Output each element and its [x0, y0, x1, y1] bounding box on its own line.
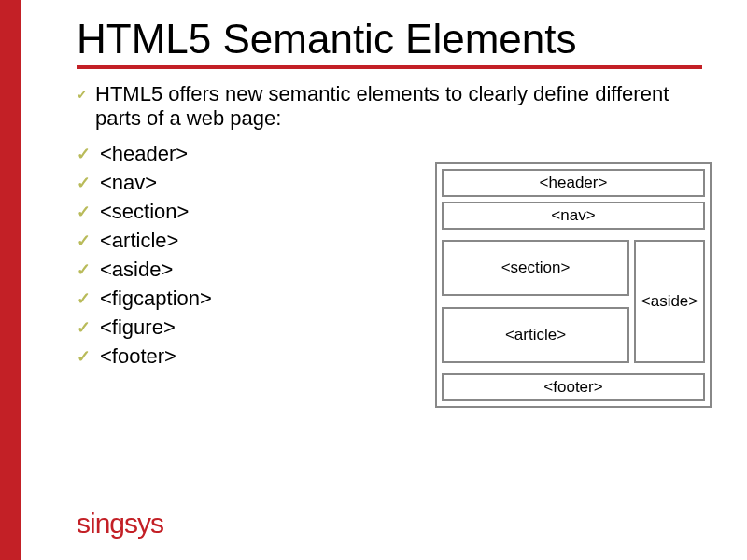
- check-icon: ✓: [77, 175, 91, 191]
- check-icon: ✓: [77, 88, 88, 101]
- diagram-main-column: <section> <article>: [442, 240, 629, 363]
- list-item-label: <figcaption>: [100, 287, 212, 311]
- intro-text: HTML5 offers new semantic elements to cl…: [95, 82, 674, 133]
- check-icon: ✓: [77, 319, 91, 336]
- intro-row: ✓ HTML5 offers new semantic elements to …: [77, 82, 674, 133]
- diagram-article-box: <article>: [442, 307, 629, 363]
- diagram-nav-box: <nav>: [442, 202, 705, 230]
- list-item: ✓<article>: [77, 229, 385, 253]
- left-accent-bar: [0, 0, 21, 560]
- list-item-label: <header>: [100, 142, 188, 166]
- element-list: ✓<header> ✓<nav> ✓<section> ✓<article> ✓…: [77, 142, 385, 369]
- list-item: ✓<section>: [77, 200, 385, 224]
- diagram-middle-row: <section> <article> <aside>: [442, 234, 705, 369]
- slide-title: HTML5 Semantic Elements: [77, 17, 719, 62]
- check-icon: ✓: [77, 203, 91, 220]
- list-item-label: <section>: [100, 200, 189, 224]
- element-list-column: ✓<header> ✓<nav> ✓<section> ✓<article> ✓…: [77, 137, 385, 373]
- slide-content: HTML5 Semantic Elements ✓ HTML5 offers n…: [21, 0, 747, 560]
- check-icon: ✓: [77, 290, 91, 307]
- check-icon: ✓: [77, 348, 91, 365]
- list-item: ✓<nav>: [77, 171, 385, 195]
- layout-diagram: <header> <nav> <section> <article> <asid…: [435, 162, 712, 408]
- title-underline: [77, 65, 702, 69]
- diagram-header-box: <header>: [442, 169, 705, 197]
- list-item-label: <aside>: [100, 258, 173, 282]
- diagram-section-box: <section>: [442, 240, 629, 296]
- list-item-label: <article>: [100, 229, 178, 253]
- check-icon: ✓: [77, 146, 91, 162]
- brand-logo: singsys: [77, 508, 163, 539]
- check-icon: ✓: [77, 261, 91, 278]
- list-item: ✓<footer>: [77, 344, 385, 369]
- diagram-footer-box: <footer>: [442, 373, 705, 401]
- list-item-label: <figure>: [100, 315, 176, 340]
- check-icon: ✓: [77, 232, 91, 249]
- list-item: ✓<header>: [77, 142, 385, 166]
- list-item: ✓<figcaption>: [77, 287, 385, 311]
- diagram-aside-box: <aside>: [634, 240, 705, 363]
- list-item: ✓<aside>: [77, 258, 385, 282]
- list-item-label: <nav>: [100, 171, 157, 195]
- brand-text: singsys: [77, 508, 163, 539]
- list-item: ✓<figure>: [77, 315, 385, 340]
- diagram-outer: <header> <nav> <section> <article> <asid…: [435, 162, 712, 408]
- list-item-label: <footer>: [100, 344, 176, 369]
